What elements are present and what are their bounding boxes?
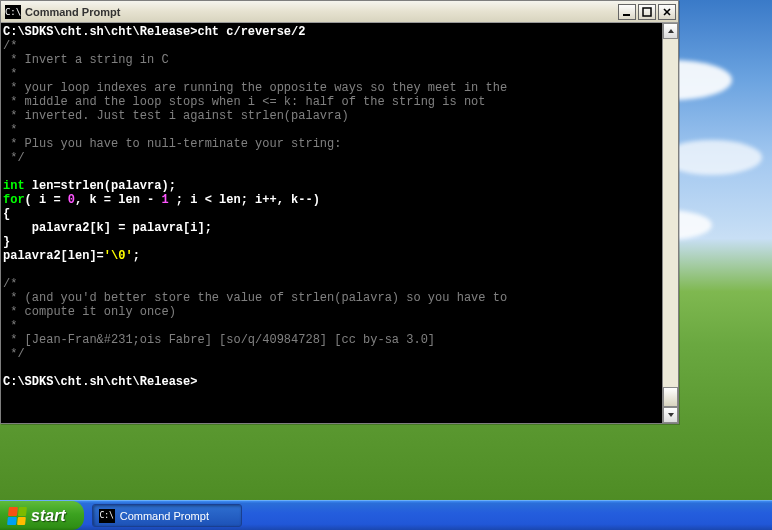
code-text: }: [3, 235, 10, 249]
prompt-path: C:\SDKS\cht.sh\cht\Release>: [3, 375, 197, 389]
svg-rect-1: [643, 8, 651, 16]
comment-line: * Invert a string in C: [3, 53, 169, 67]
svg-rect-0: [623, 14, 630, 16]
scroll-thumb[interactable]: [663, 387, 678, 407]
comment-line: /*: [3, 39, 17, 53]
scroll-down-button[interactable]: [663, 407, 678, 423]
code-number: 1: [161, 193, 168, 207]
comment-line: /*: [3, 277, 17, 291]
comment-line: * Plus you have to null-terminate your s…: [3, 137, 341, 151]
code-keyword: for: [3, 193, 25, 207]
code-text: ; i < len; i++, k--): [169, 193, 320, 207]
close-icon: [662, 7, 672, 17]
taskbar: start C:\ Command Prompt: [0, 500, 772, 530]
maximize-button[interactable]: [638, 4, 656, 20]
svg-marker-5: [668, 413, 674, 417]
code-text: palavra2[len]=: [3, 249, 104, 263]
window-title: Command Prompt: [25, 6, 616, 18]
prompt-command: cht c/reverse/2: [197, 25, 305, 39]
command-prompt-window: C:\ Command Prompt C:\SDKS\cht.sh\cht\Re…: [0, 0, 679, 424]
window-client-area: C:\SDKS\cht.sh\cht\Release>cht c/reverse…: [1, 23, 678, 423]
windows-logo-icon: [7, 507, 27, 525]
arrow-down-icon: [667, 411, 675, 419]
taskbar-item-label: Command Prompt: [120, 510, 209, 522]
comment-line: * inverted. Just test i against strlen(p…: [3, 109, 349, 123]
scroll-up-button[interactable]: [663, 23, 678, 39]
code-string: '\0': [104, 249, 133, 263]
maximize-icon: [642, 7, 652, 17]
comment-line: *: [3, 67, 17, 81]
start-label: start: [31, 507, 66, 525]
code-text: len=strlen(palavra);: [25, 179, 176, 193]
close-button[interactable]: [658, 4, 676, 20]
scroll-track[interactable]: [663, 39, 678, 407]
cmd-icon: C:\: [99, 509, 115, 523]
comment-line: */: [3, 151, 25, 165]
titlebar[interactable]: C:\ Command Prompt: [1, 1, 678, 23]
arrow-up-icon: [667, 27, 675, 35]
prompt-path: C:\SDKS\cht.sh\cht\Release>: [3, 25, 197, 39]
comment-line: *: [3, 319, 17, 333]
code-text: {: [3, 207, 10, 221]
code-text: ( i =: [25, 193, 68, 207]
comment-line: * compute it only once): [3, 305, 176, 319]
start-button[interactable]: start: [0, 501, 84, 530]
window-buttons: [616, 4, 676, 20]
code-number: 0: [68, 193, 75, 207]
comment-line: * your loop indexes are running the oppo…: [3, 81, 507, 95]
code-text: ;: [133, 249, 140, 263]
taskbar-item-cmd[interactable]: C:\ Command Prompt: [92, 504, 242, 527]
cmd-icon: C:\: [5, 5, 21, 19]
console-output[interactable]: C:\SDKS\cht.sh\cht\Release>cht c/reverse…: [1, 23, 662, 423]
vertical-scrollbar[interactable]: [662, 23, 678, 423]
comment-line: * (and you'd better store the value of s…: [3, 291, 507, 305]
code-text: , k = len -: [75, 193, 161, 207]
code-text: palavra2[k] = palavra[i];: [3, 221, 212, 235]
comment-line: * [Jean-Fran&#231;ois Fabre] [so/q/40984…: [3, 333, 435, 347]
comment-line: */: [3, 347, 25, 361]
comment-line: * middle and the loop stops when i <= k:…: [3, 95, 485, 109]
minimize-icon: [622, 7, 632, 17]
minimize-button[interactable]: [618, 4, 636, 20]
comment-line: *: [3, 123, 17, 137]
svg-marker-4: [668, 29, 674, 33]
code-keyword: int: [3, 179, 25, 193]
